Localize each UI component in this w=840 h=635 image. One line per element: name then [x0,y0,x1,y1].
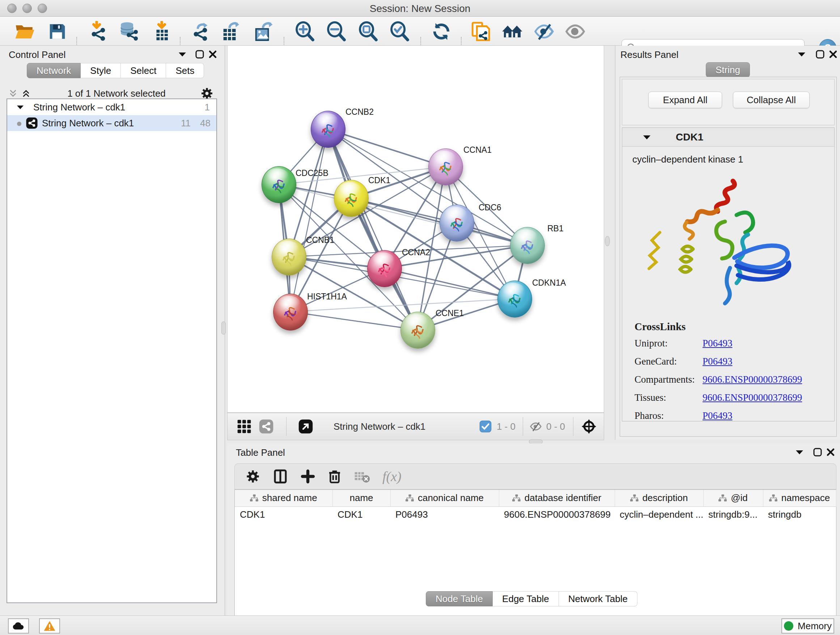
zoom-in-icon [294,21,316,42]
network-collection-row[interactable]: String Network – cdk1 1 [7,99,216,115]
import-network-file-button[interactable] [87,20,110,43]
column-header-namespace[interactable]: namespace [763,490,836,507]
first-neighbors-button[interactable] [501,20,523,43]
crosslink-link[interactable]: 9606.ENSP00000378699 [703,374,802,385]
import-table-button[interactable] [150,20,173,43]
memory-status-button[interactable]: Memory [782,618,834,633]
hide-selected-button[interactable] [533,20,555,43]
import-network-database-button[interactable] [118,20,140,43]
table-tab-edge-table[interactable]: Edge Table [493,591,559,606]
save-session-button[interactable] [46,20,68,43]
string-view-badge-icon[interactable] [259,419,274,434]
tab-sets[interactable]: Sets [166,63,204,78]
column-header-@id[interactable]: @id [703,490,763,507]
crosslink-link[interactable]: 9606.ENSP00000378699 [703,392,802,403]
open-session-button[interactable] [13,20,36,43]
eye-icon [565,21,586,42]
duplicate-network-button[interactable] [469,20,492,43]
network-nodes-layer: CCNB2CCNA1CDC25BCDK1CDC6RB1CCNB1CCNA2CDK… [227,46,604,412]
network-node-CCNB2[interactable] [311,111,346,148]
export-network-button[interactable] [189,20,212,43]
network-node-CDC6[interactable] [439,204,474,241]
table-cell[interactable]: CDK1 [235,507,332,523]
window-title: Session: New Session [0,3,840,14]
network-node-RB1[interactable] [510,227,545,264]
create-column-button[interactable] [301,469,315,484]
table-cell[interactable]: CDK1 [332,507,390,523]
expand-all-networks-icon[interactable] [19,87,33,100]
left-splitter-handle[interactable] [221,321,226,334]
entry-collapse-icon[interactable] [640,131,653,144]
network-node-CCNB1[interactable] [272,239,306,276]
network-node-CDKN1A[interactable] [497,280,532,318]
network-node-CDK1[interactable] [334,180,369,217]
table-panel-close-icon[interactable] [824,446,837,459]
show-column-button[interactable] [273,469,287,484]
results-panel-menu-icon[interactable] [795,48,808,61]
network-node-CDC25B[interactable] [262,166,296,203]
network-options-gear-icon[interactable] [201,87,213,100]
crosslink-link[interactable]: P06493 [703,338,733,349]
table-panel-float-icon[interactable] [811,446,824,459]
zoom-in-button[interactable] [294,20,316,43]
open-in-browser-button[interactable] [298,419,313,434]
show-all-button[interactable] [564,20,586,43]
tab-select[interactable]: Select [121,63,166,78]
control-panel-menu-icon[interactable] [176,48,189,61]
cdk1-entry-header[interactable]: CDK1 [622,128,834,147]
table-cell[interactable]: stringdb:9... [703,507,763,523]
table-panel-menu-icon[interactable] [793,446,806,459]
right-splitter-handle[interactable] [605,236,610,246]
delete-table-button[interactable] [354,469,370,485]
network-node-CCNA1[interactable] [428,149,463,185]
tab-style[interactable]: Style [81,63,121,78]
column-header-name[interactable]: name [332,490,390,507]
network-row[interactable]: String Network – cdk1 11 48 [7,115,216,131]
network-grid-view-button[interactable] [236,418,252,434]
export-table-button[interactable] [219,20,242,43]
table-options-gear-icon[interactable] [246,469,260,484]
node-label-CCNA1: CCNA1 [463,145,492,155]
zoom-selected-button[interactable] [388,20,411,43]
network-node-CCNA2[interactable] [367,250,402,287]
zoom-out-button[interactable] [325,20,347,43]
network-node-HIST1H1A[interactable] [273,294,308,331]
column-header-canonical-name[interactable]: canonical name [390,490,499,507]
table-row[interactable]: CDK1CDK1P064939606.ENSP00000378699cyclin… [235,507,836,523]
delete-column-button[interactable] [327,469,342,484]
collection-expand-icon[interactable] [7,101,33,114]
table-tab-network-table[interactable]: Network Table [559,591,638,606]
expand-all-button[interactable]: Expand All [648,92,722,108]
control-panel-close-icon[interactable] [206,48,219,61]
column-label: shared name [262,492,317,504]
table-cell[interactable]: cyclin–dependent ... [615,507,703,523]
column-header-shared-name[interactable]: shared name [235,490,332,507]
results-panel-close-icon[interactable] [827,48,840,61]
export-image-button[interactable] [252,20,274,43]
results-tab-string[interactable]: String [706,62,750,78]
network-canvas[interactable]: CCNB2CCNA1CDC25BCDK1CDC6RB1CCNB1CCNA2CDK… [227,46,604,413]
table-cell[interactable]: stringdb [763,507,836,523]
zoom-fit-button[interactable] [357,20,379,43]
function-builder-button[interactable]: f(x) [382,469,401,485]
collapse-all-button[interactable]: Collapse All [733,92,810,108]
birdseye-view-button[interactable] [581,418,597,435]
column-header-description[interactable]: description [615,490,703,507]
table-cell[interactable]: 9606.ENSP00000378699 [499,507,615,523]
network-node-CCNE1[interactable] [401,312,435,348]
crosslink-link[interactable]: P06493 [703,356,733,367]
warnings-button[interactable] [39,618,60,633]
results-panel-float-icon[interactable] [813,48,827,61]
column-header-database-identifier[interactable]: database identifier [499,490,615,507]
table-tab-node-table[interactable]: Node Table [426,591,493,606]
control-panel-float-icon[interactable] [193,48,206,61]
crosslink-link[interactable]: P06493 [703,410,733,421]
apply-layout-button[interactable] [430,20,453,43]
tab-network[interactable]: Network [27,63,81,78]
crosslinks-title: CrossLinks [635,321,834,333]
node-label-RB1: RB1 [547,224,564,233]
table-cell[interactable]: P06493 [390,507,499,523]
cloud-status-button[interactable] [8,618,29,633]
collapse-all-networks-icon[interactable] [6,87,19,100]
selected-checkbox[interactable] [479,420,492,432]
